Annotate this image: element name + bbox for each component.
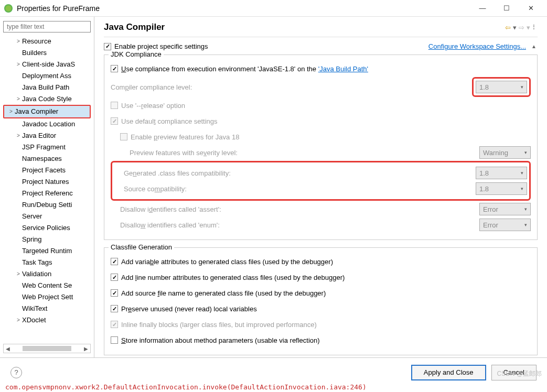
tree-item[interactable]: >Resource <box>3 36 91 47</box>
scroll-up-icon[interactable]: ▲ <box>530 43 538 49</box>
default-compliance-label: Use default compliance settings <box>121 117 531 125</box>
page-title: Java Compiler <box>104 22 505 32</box>
tree-item-label: Spring <box>22 234 42 245</box>
tree-item[interactable]: Service Policies <box>3 222 91 234</box>
tree-item-label: Deployment Ass <box>22 70 71 82</box>
tree-item-label: Task Tags <box>22 257 52 268</box>
expander-icon[interactable]: > <box>15 36 22 47</box>
forward-menu-icon[interactable]: ▾ <box>527 24 530 31</box>
class-compat-dropdown[interactable]: 1.8▾ <box>476 167 527 179</box>
filter-input[interactable] <box>3 21 91 32</box>
tree-item[interactable]: >Java Editor <box>3 130 91 141</box>
tree-item[interactable]: JSP Fragment <box>3 141 91 153</box>
compat-highlight: Generated .class files compatibility: 1.… <box>111 161 531 201</box>
tree-item-label: Builders <box>22 47 47 59</box>
release-option-checkbox <box>111 102 118 109</box>
tree-item[interactable]: Builders <box>3 47 91 59</box>
tree-item[interactable]: >Client-side JavaS <box>3 59 91 70</box>
tree-item[interactable]: Namespaces <box>3 153 91 165</box>
line-attr-checkbox[interactable] <box>111 274 118 281</box>
category-tree: >ResourceBuilders>Client-side JavaSDeplo… <box>3 36 91 342</box>
tree-item[interactable]: Server <box>3 211 91 222</box>
preserve-checkbox[interactable] <box>111 305 118 312</box>
tree-item-label: Java Editor <box>22 130 56 141</box>
tree-item[interactable]: WikiText <box>3 303 91 314</box>
tree-item-label: Java Build Path <box>22 82 69 93</box>
minimize-button[interactable]: — <box>470 0 495 17</box>
expander-icon[interactable]: > <box>15 130 22 141</box>
assert-dropdown[interactable]: Error▾ <box>479 203 531 215</box>
tree-item[interactable]: >XDoclet <box>3 314 91 326</box>
tree-item[interactable]: Web Project Sett <box>3 291 91 303</box>
content-panel: Java Compiler ⇦ ▾ ⇨ ▾ ⠇ Enable project s… <box>94 17 547 357</box>
chevron-down-icon: ▾ <box>524 206 527 212</box>
jdk-compliance-group: JDK Compliance Use compliance from execu… <box>104 55 538 240</box>
chevron-down-icon: ▾ <box>524 222 527 227</box>
tree-item[interactable]: Javadoc Location <box>3 118 91 130</box>
tree-item[interactable]: Deployment Ass <box>3 70 91 82</box>
scroll-right-icon[interactable]: ▶ <box>82 346 90 352</box>
compliance-highlight: 1.8▾ <box>472 77 531 97</box>
classfile-group-title: Classfile Generation <box>109 243 174 251</box>
tree-item[interactable]: >Java Compiler <box>3 105 91 118</box>
configure-workspace-link[interactable]: Configure Workspace Settings... <box>428 42 526 50</box>
preview-severity-label: Preview features with severity level: <box>130 149 479 157</box>
forward-icon[interactable]: ⇨ <box>519 24 524 31</box>
chevron-down-icon: ▾ <box>521 170 523 176</box>
help-button[interactable]: ? <box>10 367 22 378</box>
use-exec-env-checkbox[interactable] <box>111 65 118 72</box>
enum-dropdown[interactable]: Error▾ <box>479 219 531 231</box>
menu-icon[interactable]: ⠇ <box>532 24 538 31</box>
java-build-path-link[interactable]: 'Java Build Path' <box>318 65 368 73</box>
tree-item[interactable]: >Validation <box>3 268 91 280</box>
tree-item-label: Namespaces <box>22 153 62 165</box>
tree-item-label: Resource <box>22 36 51 47</box>
source-compat-dropdown[interactable]: 1.8▾ <box>476 182 527 195</box>
tree-item[interactable]: Project Facets <box>3 165 91 176</box>
tree-item[interactable]: Project Referenc <box>3 188 91 199</box>
source-compat-label: Source compatibility: <box>124 185 476 193</box>
back-icon[interactable]: ⇦ <box>505 24 511 31</box>
expander-icon[interactable]: > <box>15 59 22 70</box>
tree-item[interactable]: Java Build Path <box>3 82 91 93</box>
src-file-checkbox[interactable] <box>111 289 118 297</box>
maximize-button[interactable]: ☐ <box>495 0 519 17</box>
tree-item-label: Java Compiler <box>15 106 58 117</box>
close-button[interactable]: ✕ <box>519 0 543 17</box>
tree-item[interactable]: Spring <box>3 234 91 245</box>
expander-icon[interactable]: > <box>7 106 15 117</box>
nav-arrows: ⇦ ▾ ⇨ ▾ ⠇ <box>505 24 538 31</box>
jdk-group-title: JDK Compliance <box>109 50 164 58</box>
compliance-level-dropdown[interactable]: 1.8▾ <box>476 81 527 93</box>
tree-item[interactable]: Targeted Runtim <box>3 245 91 257</box>
scroll-left-icon[interactable]: ◀ <box>4 346 12 352</box>
tree-item[interactable]: >Java Code Style <box>3 93 91 105</box>
compliance-level-label: Compiler compliance level: <box>111 83 472 91</box>
tree-item-label: Java Code Style <box>22 93 72 105</box>
preserve-label: Preserve unused (never read) local varia… <box>121 305 531 313</box>
expander-icon[interactable]: > <box>15 93 22 105</box>
background-code: com.opensvmpnonv.xwork2.DefaultActionInv… <box>5 383 367 391</box>
expander-icon[interactable]: > <box>15 314 22 326</box>
tree-item[interactable]: Task Tags <box>3 257 91 268</box>
tree-item[interactable]: Web Content Se <box>3 280 91 291</box>
preview-severity-dropdown[interactable]: Warning▾ <box>479 146 531 159</box>
apply-close-button[interactable]: Apply and Close <box>411 365 486 380</box>
scroll-thumb[interactable] <box>23 346 71 351</box>
h-scrollbar[interactable]: ◀ ▶ <box>3 344 91 353</box>
var-attr-label: Add variable attributes to generated cla… <box>121 258 531 266</box>
expander-icon[interactable]: > <box>15 268 22 280</box>
back-menu-icon[interactable]: ▾ <box>513 24 517 31</box>
store-params-label: Store information about method parameter… <box>121 336 531 344</box>
tree-item-label: Client-side JavaS <box>22 59 75 70</box>
tree-item[interactable]: Run/Debug Setti <box>3 199 91 211</box>
classfile-group: Classfile Generation Add variable attrib… <box>104 247 538 355</box>
class-compat-label: Generated .class files compatibility: <box>124 169 476 177</box>
tree-item-label: Server <box>22 211 42 222</box>
tree-item-label: Project Facets <box>22 165 66 176</box>
store-params-checkbox[interactable] <box>111 336 118 344</box>
titlebar: Properties for PureFrame — ☐ ✕ <box>0 0 547 17</box>
tree-item[interactable]: Project Natures <box>3 176 91 188</box>
var-attr-checkbox[interactable] <box>111 258 118 265</box>
enable-specific-checkbox[interactable] <box>104 43 111 50</box>
